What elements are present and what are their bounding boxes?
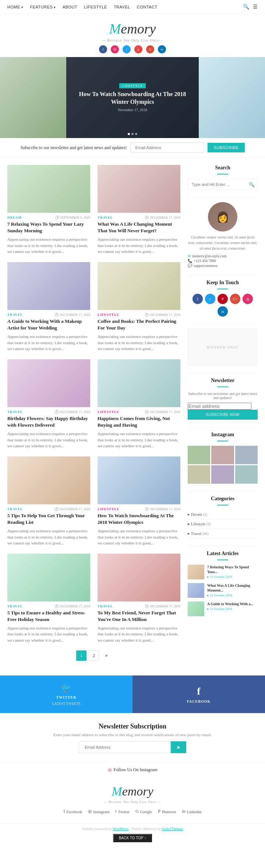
article-category[interactable]: TRAVEL: [98, 604, 113, 608]
article-title[interactable]: Happiness Comes from Giving, Not Buying …: [98, 415, 180, 428]
article-title[interactable]: 7 Relaxing Ways To Spend Your Lazy Sunda…: [7, 221, 90, 234]
article-category[interactable]: TRAVEL: [7, 604, 23, 608]
article-category[interactable]: DREAM: [7, 216, 22, 219]
latest-article-date: ▸ 31 October 2019: [207, 593, 258, 597]
sidebar-facebook-button[interactable]: f: [192, 294, 203, 304]
hero-dot-2[interactable]: [131, 133, 134, 135]
footer-google-link[interactable]: G Google: [135, 809, 152, 814]
content-area: DREAM SEPTEMBER 6, 2020 7 Relaxing Ways …: [7, 165, 180, 668]
article-category[interactable]: TRAVEL: [7, 410, 23, 414]
search-icon[interactable]: 🔍: [243, 4, 249, 10]
article-title[interactable]: A Guide to Working With a Makeup Artist …: [7, 318, 90, 331]
page-2-button[interactable]: 2: [89, 650, 99, 661]
instagram-thumb[interactable]: [211, 446, 234, 464]
newsletter-bar-input[interactable]: [130, 142, 204, 153]
back-to-top-button[interactable]: BACK TO TOP ↑: [113, 834, 152, 842]
article-excerpt: Appreciating our existence requires a pe…: [98, 431, 180, 449]
instagram-grid: [188, 446, 258, 484]
article-meta: TRAVEL DECEMBER 17, 2018: [98, 604, 180, 608]
footer-instagram-link[interactable]: ◎ Instagram: [88, 809, 109, 814]
page-next-button[interactable]: »: [101, 650, 112, 661]
article-category[interactable]: LIFESTYLE: [98, 313, 120, 317]
footer-pinterest-link[interactable]: P Pinterest: [158, 809, 176, 814]
instagram-thumb[interactable]: [188, 446, 210, 464]
article-image: [7, 262, 90, 310]
sidebar-twitter-button[interactable]: t: [205, 294, 215, 304]
search-submit-button[interactable]: 🔍: [249, 182, 255, 187]
footer-linkedin-link[interactable]: in Linkedin: [182, 809, 201, 814]
instagram-icon[interactable]: ◎: [111, 45, 119, 53]
sidebar-instagram-button[interactable]: ◎: [243, 294, 253, 304]
twitter-icon[interactable]: t: [123, 45, 131, 53]
instagram-thumb[interactable]: [188, 465, 210, 484]
latest-article-info: What Was A Life Changing Moment... ▸ 31 …: [207, 583, 258, 598]
article-category[interactable]: TRAVEL: [98, 216, 113, 219]
nav-features[interactable]: FEATURES: [30, 5, 56, 9]
article-title[interactable]: 5 Tips to Ensure a Healthy and Stress-Fr…: [7, 610, 90, 623]
pinterest-icon[interactable]: p: [134, 45, 142, 53]
category-item-dream[interactable]: ▸ Dream (2): [188, 510, 258, 519]
footer-facebook-link[interactable]: f Facebook: [63, 809, 82, 814]
nav-travel[interactable]: TRAVEL: [114, 5, 130, 9]
article-title[interactable]: Coffee and Books: The Perfect Pairing Fo…: [98, 318, 180, 331]
nav-lifestyle[interactable]: LIFESTYLE: [84, 5, 107, 9]
menu-icon[interactable]: ☰: [253, 4, 258, 10]
facebook-block[interactable]: f FACEBOOK: [132, 675, 265, 713]
email-icon: ✉: [188, 254, 191, 258]
search-input[interactable]: [188, 179, 258, 190]
article-excerpt: Appreciating our existence requires a pe…: [98, 236, 180, 255]
instagram-thumb[interactable]: [211, 465, 234, 484]
sidebar-subscribe-button[interactable]: SUBSCRIBE NOW: [188, 410, 258, 420]
footer-twitter-link[interactable]: t Twitter: [115, 809, 130, 814]
sidebar-categories-divider: [217, 505, 228, 505]
latest-article-thumb: [188, 565, 204, 579]
author-avatar: 👩: [208, 202, 237, 232]
footer-newsletter-text: Enter your email address to subscribe to…: [7, 733, 258, 737]
category-item-lifestyle[interactable]: ▸ Lifestyle (8): [188, 519, 258, 529]
article-date: DECEMBER 17, 2018: [54, 313, 90, 317]
nav-about[interactable]: ABOUT: [63, 5, 77, 9]
footer-newsletter-send-button[interactable]: ➤: [171, 741, 186, 753]
article-title[interactable]: How To Watch Snowboarding At The 2018 Wi…: [98, 512, 180, 526]
article-category[interactable]: TRAVEL: [7, 313, 23, 317]
googleplus-icon[interactable]: G: [146, 45, 154, 53]
article-excerpt: Appreciating our existence requires a pe…: [7, 528, 90, 546]
sidebar-linkedin-button[interactable]: in: [218, 306, 228, 317]
twitter-block[interactable]: 🐦 TWITTER LATEST TWEETS: [0, 675, 132, 713]
facebook-icon[interactable]: f: [99, 45, 107, 53]
article-category[interactable]: TRAVEL: [7, 507, 23, 511]
nav-home[interactable]: HOME: [7, 5, 24, 9]
footer-wordpress-link[interactable]: WordPress: [113, 827, 128, 831]
footer-author-link[interactable]: Graiz2Themes: [161, 827, 183, 831]
newsletter-bar-button[interactable]: SUBSCRIBE: [208, 143, 244, 152]
nav-contact[interactable]: CONTACT: [137, 5, 158, 9]
sidebar-googleplus-button[interactable]: G+: [230, 294, 240, 304]
article-title[interactable]: 5 Tips To Help You Get Through Your Read…: [7, 512, 90, 526]
latest-article-title[interactable]: 7 Relaxing Ways To Spend Your...: [207, 565, 258, 574]
category-item-travel[interactable]: ▸ Travel (46): [188, 529, 258, 539]
sidebar-newsletter-input[interactable]: [188, 403, 251, 410]
instagram-thumb[interactable]: [235, 446, 258, 464]
hero-dot-1[interactable]: [128, 133, 130, 135]
article-category[interactable]: LIFESTYLE: [98, 507, 120, 511]
instagram-thumb[interactable]: [235, 465, 258, 484]
latest-article-info: A Guide to Working With a... ▸ 31 Octobe…: [207, 601, 258, 616]
hero-dots: [128, 133, 137, 135]
article-title[interactable]: What Was A Life Changing Moment That You…: [98, 221, 180, 234]
article-title[interactable]: To My Best Friend, Never Forget That You…: [98, 610, 180, 623]
hero-slide-right: [199, 57, 265, 138]
linkedin-icon[interactable]: in: [158, 45, 166, 53]
article-date: DECEMBER 17, 2018: [145, 410, 180, 414]
sidebar-pinterest-button[interactable]: P: [218, 294, 228, 304]
article-category[interactable]: LIFESTYLE: [98, 410, 120, 414]
article-card: TRAVEL DECEMBER 17, 2018 A Guide to Work…: [7, 262, 90, 352]
footer-newsletter-input[interactable]: [79, 741, 171, 753]
article-date: DECEMBER 17, 2018: [145, 507, 180, 511]
hero-slide-main[interactable]: LIFESTYLE How To Watch Snowboarding At T…: [66, 57, 199, 138]
page-1-button[interactable]: 1: [76, 650, 86, 661]
article-title[interactable]: Birthday Flowers: Say Happy Birthday wit…: [7, 415, 90, 428]
latest-article-title[interactable]: What Was A Life Changing Moment...: [207, 583, 258, 593]
latest-article-title[interactable]: A Guide to Working With a...: [207, 601, 258, 606]
hero-dot-3[interactable]: [135, 133, 137, 135]
instagram-icon: ◎: [88, 809, 92, 814]
